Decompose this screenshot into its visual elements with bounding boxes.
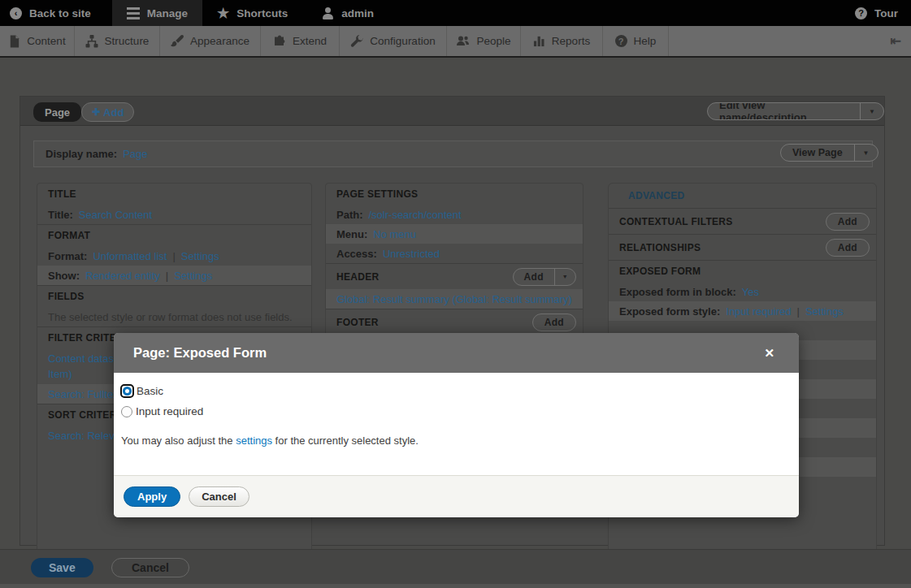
menu-item-label: People xyxy=(476,35,510,47)
format-value-link[interactable]: Unformatted list xyxy=(93,249,167,264)
cancel-button[interactable]: Cancel xyxy=(111,558,189,577)
radio-input-required-label: Input required xyxy=(136,405,203,417)
back-to-site-button[interactable]: ‹ Back to site xyxy=(2,0,99,26)
title-value-link[interactable]: Search Content xyxy=(79,207,152,223)
back-arrow-icon: ‹ xyxy=(10,7,22,19)
format-heading: FORMAT xyxy=(37,225,311,246)
radio-option-input-required[interactable]: Input required xyxy=(120,405,791,417)
dialog-titlebar[interactable]: Page: Exposed Form ✕ xyxy=(114,333,799,373)
format-label: Format: xyxy=(48,249,87,264)
result-summary-link[interactable]: Global: Result summary (Global: Result s… xyxy=(336,292,572,307)
contextual-filters-heading-row: CONTEXTUAL FILTERS Add xyxy=(609,209,876,234)
separator: | xyxy=(172,249,175,264)
menu-item-reports[interactable]: Reports xyxy=(521,26,603,56)
edit-view-name-button[interactable]: Edit view name/description ▼ xyxy=(707,102,884,120)
toolbar-orientation-toggle[interactable]: ⇤ xyxy=(881,26,911,56)
menu-item-people[interactable]: People xyxy=(447,26,521,56)
document-icon xyxy=(8,35,20,48)
menu-item-structure[interactable]: Structure xyxy=(75,26,160,56)
format-row[interactable]: Format: Unformatted list | Settings xyxy=(37,246,311,266)
add-display-label: Add xyxy=(103,106,124,119)
dialog-buttonpane: Apply Cancel xyxy=(114,475,799,517)
display-name-label: Display name: xyxy=(46,148,117,160)
radio-basic-label: Basic xyxy=(137,385,163,397)
manage-menu-button[interactable]: Manage xyxy=(112,0,202,26)
radio-selected-icon[interactable] xyxy=(120,384,134,398)
user-menu-button[interactable]: admin xyxy=(314,0,382,26)
header-result-summary-row[interactable]: Global: Result summary (Global: Result s… xyxy=(326,289,583,309)
puzzle-icon xyxy=(273,35,286,48)
manage-label: Manage xyxy=(147,7,188,19)
tab-page-label: Page xyxy=(45,106,70,119)
footer-heading: FOOTER xyxy=(336,317,379,328)
bucket-footer: FOOTER Add xyxy=(326,309,583,335)
bar-chart-icon xyxy=(533,35,545,47)
exposed-form-in-block-link[interactable]: Yes xyxy=(742,284,759,300)
menu-item-extend[interactable]: Extend xyxy=(261,26,340,56)
exposed-form-style-settings-link[interactable]: Settings xyxy=(805,304,844,319)
exposed-form-heading: EXPOSED FORM xyxy=(609,261,876,282)
format-settings-link[interactable]: Settings xyxy=(181,249,219,264)
back-to-site-label: Back to site xyxy=(29,7,91,19)
menu-row[interactable]: Menu: No menu xyxy=(326,224,583,244)
save-button[interactable]: Save xyxy=(31,558,93,577)
relationships-add-button[interactable]: Add xyxy=(826,239,870,257)
chevron-down-icon[interactable]: ▼ xyxy=(860,103,883,119)
bucket-page-settings: PAGE SETTINGS Path: /solr-search/content… xyxy=(326,184,583,263)
menu-item-label: Appearance xyxy=(190,35,249,47)
tour-button[interactable]: ? Tour xyxy=(847,0,906,26)
admin-menu-tray: Content Structure Appearance Extend Conf… xyxy=(0,26,911,58)
bucket-format: FORMAT Format: Unformatted list | Settin… xyxy=(37,224,311,285)
exposed-form-style-row[interactable]: Exposed form style: Input required | Set… xyxy=(609,301,876,321)
header-add-button[interactable]: Add ▼ xyxy=(513,268,576,286)
tab-page-display[interactable]: Page xyxy=(33,102,81,122)
show-row[interactable]: Show: Rendered entity | Settings xyxy=(37,266,311,285)
exposed-form-dialog: Page: Exposed Form ✕ Basic Input require… xyxy=(114,333,799,517)
menu-item-label: Content xyxy=(27,35,65,47)
exposed-form-in-block-row[interactable]: Exposed form in block: Yes xyxy=(609,282,876,301)
menu-item-help[interactable]: ? Help xyxy=(603,26,669,56)
header-heading-row: HEADER Add ▼ xyxy=(326,264,583,289)
display-name-link[interactable]: Page xyxy=(123,148,147,160)
footer-add-button[interactable]: Add xyxy=(532,313,576,331)
star-icon: ★ xyxy=(217,6,229,20)
display-tabs-strip: Page ✚ Add Edit view name/description ▼ xyxy=(20,97,884,126)
advanced-toggle[interactable]: ADVANCED xyxy=(609,184,876,208)
menu-item-appearance[interactable]: Appearance xyxy=(160,26,261,56)
exposed-form-style-link[interactable]: Input required xyxy=(726,304,791,319)
apply-button[interactable]: Apply xyxy=(124,486,180,507)
collapse-icon: ⇤ xyxy=(891,33,901,49)
access-label: Access: xyxy=(336,246,377,262)
tour-label: Tour xyxy=(874,7,898,19)
menu-item-configuration[interactable]: Configuration xyxy=(340,26,447,56)
radio-option-basic[interactable]: Basic xyxy=(120,384,791,398)
menu-value-link[interactable]: No menu xyxy=(373,227,416,242)
admin-toolbar: ‹ Back to site Manage ★ Shortcuts admin … xyxy=(0,0,911,26)
separator: | xyxy=(166,268,168,283)
menu-item-content[interactable]: Content xyxy=(0,26,75,56)
contextual-filters-add-button[interactable]: Add xyxy=(826,213,870,231)
show-settings-link[interactable]: Settings xyxy=(174,268,212,283)
chevron-down-icon[interactable]: ▼ xyxy=(554,269,575,285)
view-page-label: View Page xyxy=(781,145,854,161)
path-row[interactable]: Path: /solr-search/content xyxy=(326,205,583,224)
shortcuts-button[interactable]: ★ Shortcuts xyxy=(209,0,296,26)
bottom-strip xyxy=(0,584,911,588)
show-value-link[interactable]: Rendered entity xyxy=(85,268,160,283)
add-display-button[interactable]: ✚ Add xyxy=(81,102,134,122)
title-heading: TITLE xyxy=(37,184,311,205)
title-row[interactable]: Title: Search Content xyxy=(37,205,311,224)
settings-link[interactable]: settings xyxy=(236,435,272,447)
user-icon xyxy=(322,7,334,19)
user-label: admin xyxy=(341,7,374,19)
radio-unselected-icon[interactable] xyxy=(121,406,132,417)
access-row[interactable]: Access: Unrestricted xyxy=(326,244,583,263)
path-label: Path: xyxy=(336,207,363,223)
access-value-link[interactable]: Unrestricted xyxy=(383,246,440,262)
close-icon[interactable]: ✕ xyxy=(759,344,779,362)
chevron-down-icon[interactable]: ▼ xyxy=(854,145,878,161)
dialog-cancel-button[interactable]: Cancel xyxy=(189,486,249,507)
path-value-link[interactable]: /solr-search/content xyxy=(369,207,462,223)
view-page-button[interactable]: View Page ▼ xyxy=(780,144,878,162)
relationships-heading-row: RELATIONSHIPS Add xyxy=(609,235,876,260)
